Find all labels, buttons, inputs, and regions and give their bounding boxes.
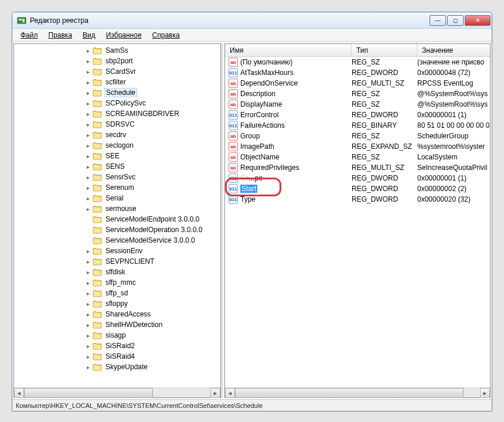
menu-view[interactable]: Вид — [78, 30, 100, 40]
expander-icon[interactable]: ▸ — [84, 132, 91, 138]
splitter[interactable] — [221, 43, 223, 398]
tree-item[interactable]: ▸secdrv — [14, 130, 220, 140]
tree-item[interactable]: ▸sffp_mmc — [14, 277, 220, 288]
value-row[interactable]: 011FailureActionsREG_BINARY80 51 01 00 0… — [225, 120, 490, 131]
tree-item[interactable]: ▸sermouse — [14, 203, 220, 214]
menu-favorites[interactable]: Избранное — [101, 30, 147, 40]
col-value[interactable]: Значение — [417, 44, 490, 56]
scroll-right-button[interactable]: ► — [480, 388, 490, 398]
tree-item[interactable]: ▸SCREAMINGBDRIVER — [14, 108, 220, 119]
list-hscrollbar[interactable]: ◄ ► — [225, 387, 490, 397]
tree-item-label: sermouse — [104, 205, 138, 213]
expander-icon[interactable]: ▸ — [84, 185, 91, 191]
tree-item[interactable]: ▸SiSRaid4 — [14, 351, 220, 362]
tree-item[interactable]: ▸SessionEnv — [14, 246, 220, 256]
value-row[interactable]: 011AtTaskMaxHoursREG_DWORD0x00000048 (72… — [225, 67, 490, 78]
expander-icon[interactable]: ▸ — [84, 343, 91, 349]
value-row[interactable]: ab(По умолчанию)REG_SZ(значение не присв… — [225, 57, 490, 67]
tree-item[interactable]: ▸Serenum — [14, 182, 220, 193]
expander-icon[interactable]: ▸ — [84, 174, 91, 181]
scroll-left-button[interactable]: ◄ — [14, 388, 24, 398]
binary-icon: 011 — [229, 110, 238, 120]
maximize-button[interactable]: ◻ — [447, 15, 464, 26]
values-list[interactable]: ab(По умолчанию)REG_SZ(значение не присв… — [225, 57, 490, 387]
tree-item[interactable]: ▸sffdisk — [14, 267, 220, 277]
tree-item[interactable]: ▸SCardSvr — [14, 66, 220, 77]
tree-item[interactable]: ▸SEE — [14, 151, 220, 161]
expander-icon[interactable]: ▸ — [84, 332, 91, 339]
value-row[interactable]: abRequiredPrivilegesREG_MULTI_SZSeIncrea… — [225, 162, 490, 173]
tree-item[interactable]: ▸SENS — [14, 161, 220, 172]
menu-help[interactable]: Справка — [148, 30, 185, 40]
expander-icon[interactable]: ▸ — [84, 311, 91, 318]
tree-item[interactable]: ▸sisagp — [14, 330, 220, 341]
scroll-thumb[interactable] — [24, 388, 153, 398]
minimize-button[interactable]: — — [430, 15, 446, 26]
expander-icon[interactable]: ▸ — [84, 111, 91, 117]
value-row[interactable]: abDisplayNameREG_SZ@%SystemRoot%\sys — [225, 99, 490, 110]
expander-icon[interactable]: ▸ — [84, 58, 91, 64]
tree-item[interactable]: ServiceModelOperation 3.0.0.0 — [14, 224, 220, 235]
expander-icon[interactable]: ▸ — [84, 47, 91, 54]
tree-item[interactable]: ▸Schedule — [14, 87, 220, 98]
value-row[interactable]: abDescriptionREG_SZ@%SystemRoot%\sys — [225, 89, 490, 99]
value-row[interactable]: 011StartREG_DWORD0x00000002 (2) — [225, 183, 490, 194]
tree-item[interactable]: ▸sfloppy — [14, 298, 220, 309]
tree-item[interactable]: ▸sbp2port — [14, 56, 220, 66]
tree-item[interactable]: ServiceModelEndpoint 3.0.0.0 — [14, 214, 220, 224]
value-type: REG_DWORD — [352, 195, 417, 203]
menu-edit[interactable]: Правка — [44, 30, 77, 40]
expander-icon[interactable]: ▸ — [84, 142, 91, 149]
expander-icon[interactable]: ▸ — [84, 258, 91, 265]
menu-file[interactable]: Файл — [16, 30, 43, 40]
registry-tree[interactable]: ▸SamSs▸sbp2port▸SCardSvr▸scfilter▸Schedu… — [14, 44, 220, 387]
tree-item[interactable]: ServiceModelService 3.0.0.0 — [14, 235, 220, 246]
col-name[interactable]: Имя — [225, 44, 352, 56]
col-type[interactable]: Тип — [352, 44, 417, 56]
tree-item[interactable]: ▸scfilter — [14, 77, 220, 87]
expander-icon[interactable]: ▸ — [84, 269, 91, 275]
expander-icon[interactable]: ▸ — [84, 195, 91, 202]
tree-item[interactable]: ▸SiSRaid2 — [14, 341, 220, 351]
expander-icon[interactable]: ▸ — [84, 90, 91, 96]
tree-item[interactable]: ▸SDRSVC — [14, 119, 220, 130]
tree-hscrollbar[interactable]: ◄ ► — [14, 387, 220, 397]
value-row[interactable]: 011TypeREG_DWORD0x00000020 (32) — [225, 194, 490, 205]
tree-item[interactable]: ▸SkypeUpdate — [14, 362, 220, 372]
expander-icon[interactable]: ▸ — [84, 364, 91, 370]
expander-icon[interactable]: ▸ — [84, 79, 91, 86]
scroll-left-button[interactable]: ◄ — [225, 388, 235, 398]
expander-icon[interactable]: ▸ — [84, 100, 91, 107]
tree-item[interactable]: ▸SharedAccess — [14, 309, 220, 319]
expander-icon[interactable]: ▸ — [84, 290, 91, 297]
value-row[interactable]: 011Se...peREG_DWORD0x00000001 (1) — [225, 173, 490, 183]
expander-icon[interactable]: ▸ — [84, 69, 91, 75]
tree-item[interactable]: ▸SamSs — [14, 45, 220, 56]
tree-item[interactable]: ▸SensrSvc — [14, 172, 220, 182]
value-row[interactable]: abImagePathREG_EXPAND_SZ%systemroot%\sys… — [225, 141, 490, 152]
expander-icon[interactable]: ▸ — [84, 153, 91, 159]
expander-icon[interactable]: ▸ — [84, 280, 91, 286]
tree-item[interactable]: ▸seclogon — [14, 140, 220, 151]
tree-item[interactable]: ▸ShellHWDetection — [14, 319, 220, 330]
value-name: Type — [240, 195, 256, 203]
tree-item[interactable]: ▸sffp_sd — [14, 288, 220, 298]
expander-icon[interactable]: ▸ — [84, 248, 91, 254]
close-button[interactable]: ✕ — [465, 15, 491, 26]
tree-item[interactable]: ▸SEVPNCLIENT — [14, 256, 220, 267]
value-row[interactable]: 011ErrorControlREG_DWORD0x00000001 (1) — [225, 110, 490, 120]
value-row[interactable]: abDependOnServiceREG_MULTI_SZRPCSS Event… — [225, 78, 490, 89]
titlebar[interactable]: Редактор реестра — ◻ ✕ — [12, 12, 492, 29]
value-row[interactable]: abObjectNameREG_SZLocalSystem — [225, 152, 490, 162]
expander-icon[interactable]: ▸ — [84, 206, 91, 212]
tree-item[interactable]: ▸Serial — [14, 193, 220, 203]
expander-icon[interactable]: ▸ — [84, 121, 91, 128]
scroll-right-button[interactable]: ► — [210, 388, 220, 398]
expander-icon[interactable]: ▸ — [84, 322, 91, 328]
scroll-thumb[interactable] — [235, 388, 464, 398]
tree-item[interactable]: ▸SCPolicySvc — [14, 98, 220, 108]
expander-icon[interactable]: ▸ — [84, 164, 91, 170]
expander-icon[interactable]: ▸ — [84, 353, 91, 360]
expander-icon[interactable]: ▸ — [84, 301, 91, 307]
value-row[interactable]: abGroupREG_SZSchedulerGroup — [225, 131, 490, 141]
